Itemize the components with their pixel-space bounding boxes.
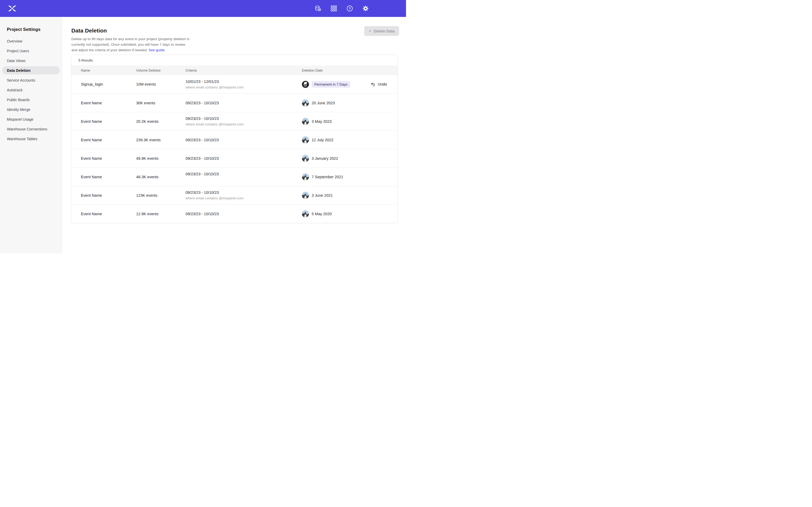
table-row: Event Name30K events09/23/23 - 10/10/232…: [71, 94, 398, 112]
column-header-criteria: Criteria: [186, 68, 302, 72]
table-row: Signup_login10M events10/01/23 - 12/01/2…: [71, 75, 398, 94]
settings-gear-icon[interactable]: [362, 5, 369, 12]
undo-button[interactable]: Undo: [370, 82, 387, 87]
row-criteria-date-range: 10/01/23 - 12/01/23: [186, 79, 302, 84]
deletion-requests-card: 5 Results NameVolume DeletedCriteriaDele…: [71, 55, 398, 223]
apps-grid-icon[interactable]: [331, 5, 337, 12]
column-header-volume-deleted: Volume Deleted: [136, 68, 186, 72]
table-row: Event Name239.3K events09/23/23 - 10/10/…: [71, 130, 398, 149]
row-event-name: Signup_login: [71, 82, 136, 87]
data-settings-icon[interactable]: [314, 5, 321, 12]
row-event-name: Event Name: [71, 193, 136, 198]
row-deletion-date: 3 January 2022: [312, 156, 338, 161]
row-event-name: Event Name: [71, 119, 136, 124]
sidebar-item-service-accounts[interactable]: Service Accounts: [0, 75, 62, 85]
row-deletion-date-cell: 3 June 2021: [302, 192, 398, 199]
mixpanel-logo-icon[interactable]: [7, 4, 17, 13]
help-icon[interactable]: ?: [346, 5, 353, 12]
row-deletion-date-cell: 12 July 2022: [302, 136, 398, 144]
table-body: Signup_login10M events10/01/23 - 12/01/2…: [71, 75, 398, 223]
table-row: Event Name20.2K events09/23/23 - 10/10/2…: [71, 112, 398, 130]
row-event-name: Event Name: [71, 175, 136, 179]
row-criteria: 09/23/23 - 10/10/23where email contains …: [186, 190, 302, 200]
row-deletion-date: 3 May 2023: [312, 119, 332, 124]
row-deletion-date-cell: 5 May 2020: [302, 210, 398, 217]
row-criteria-date-range: 09/23/23 - 10/10/23: [186, 101, 302, 105]
row-deletion-date: 12 July 2022: [312, 138, 333, 142]
row-criteria: 09/23/23 - 10/10/23where email contains …: [186, 116, 302, 126]
undo-label: Undo: [378, 82, 387, 87]
column-header-deletion-date: Deletion Date: [302, 68, 398, 72]
row-volume-deleted: 123K events: [136, 193, 186, 198]
table-row: Event Name48.3K events09/23/23 - 10/10/2…: [71, 167, 398, 186]
settings-sidebar: Project Settings OverviewProject UsersDa…: [0, 17, 62, 253]
row-criteria-filter: where email contains @mixpanel.com: [186, 85, 302, 89]
row-deletion-date: 3 June 2021: [312, 193, 333, 198]
sidebar-item-warehouse-connections[interactable]: Warehouse Connections: [0, 124, 62, 134]
row-deletion-date-cell: 7 September 2021: [302, 173, 398, 180]
svg-text:?: ?: [349, 7, 351, 11]
permanent-status-badge: Permanent in 7 Days: [312, 81, 350, 88]
main-content: Data Deletion Delete up to 90 days data …: [62, 17, 406, 253]
topbar-icon-group: ?: [314, 5, 369, 12]
page-description-text: Delete up to 90 days data for any event …: [71, 37, 190, 52]
top-navigation-bar: ?: [0, 0, 406, 17]
undo-icon: [370, 82, 375, 87]
table-row: Event Name123K events09/23/23 - 10/10/23…: [71, 186, 398, 205]
sidebar-item-identity-merge[interactable]: Identity Merge: [0, 105, 62, 114]
user-avatar: [302, 173, 309, 180]
row-volume-deleted: 239.3K events: [136, 138, 186, 142]
row-volume-deleted: 20.2K events: [136, 119, 186, 124]
user-avatar: [302, 192, 309, 199]
table-row: Event Name49.9K events09/23/23 - 10/10/2…: [71, 149, 398, 167]
row-criteria-date-range: 09/23/23 - 10/10/23: [186, 138, 302, 142]
row-criteria-date-range: 09/23/23 - 10/10/23: [186, 156, 302, 161]
results-count: 5 Results: [71, 55, 398, 65]
row-criteria-date-range: 09/23/23 - 10/10/23: [186, 116, 302, 121]
sidebar-item-mixpanel-usage[interactable]: Mixpanel Usage: [0, 114, 62, 124]
row-deletion-date-cell: Permanent in 7 DaysUndo: [302, 81, 398, 88]
row-criteria-date-range: 09/23/23 - 10/10/23: [186, 212, 302, 216]
table-header-row: NameVolume DeletedCriteriaDeletion Date: [71, 65, 398, 75]
row-event-name: Event Name: [71, 212, 136, 216]
row-event-name: Event Name: [71, 156, 136, 161]
row-criteria-filter: where email contains @mixpanel.com: [186, 196, 302, 200]
row-deletion-date-cell: 3 January 2022: [302, 155, 398, 162]
sidebar-item-autotrack[interactable]: Autotrack: [0, 85, 62, 95]
user-avatar: [302, 210, 309, 217]
sidebar-item-project-users[interactable]: Project Users: [0, 46, 62, 56]
user-avatar: [302, 81, 309, 88]
user-avatar: [302, 155, 309, 162]
row-criteria: 09/23/23 - 10/10/23: [186, 172, 302, 182]
row-volume-deleted: 30K events: [136, 101, 186, 105]
user-avatar: [302, 99, 309, 106]
row-event-name: Event Name: [71, 138, 136, 142]
row-criteria: 09/23/23 - 10/10/23: [186, 212, 302, 216]
row-criteria: 10/01/23 - 12/01/23where email contains …: [186, 79, 302, 89]
page-description: Delete up to 90 days data for any event …: [71, 37, 191, 53]
row-criteria-filter: [186, 178, 302, 182]
row-volume-deleted: 12.9K events: [136, 212, 186, 216]
sidebar-item-data-views[interactable]: Data Views: [0, 56, 62, 65]
row-volume-deleted: 10M events: [136, 82, 186, 87]
row-volume-deleted: 48.3K events: [136, 175, 186, 179]
row-criteria: 09/23/23 - 10/10/23: [186, 101, 302, 105]
row-criteria-date-range: 09/23/23 - 10/10/23: [186, 172, 302, 176]
sidebar-nav: OverviewProject UsersData ViewsData Dele…: [0, 36, 62, 144]
plus-icon: +: [369, 29, 371, 33]
page-title: Data Deletion: [71, 27, 107, 34]
sidebar-item-public-boards[interactable]: Public Boards: [0, 95, 62, 105]
see-guide-link[interactable]: See guide: [149, 48, 165, 52]
delete-data-button-label: Delete Data: [374, 29, 395, 33]
table-row: Event Name12.9K events09/23/23 - 10/10/2…: [71, 205, 398, 223]
row-deletion-date: 20 June 2023: [312, 101, 335, 105]
row-criteria: 09/23/23 - 10/10/23: [186, 156, 302, 161]
row-criteria-date-range: 09/23/23 - 10/10/23: [186, 190, 302, 194]
sidebar-item-overview[interactable]: Overview: [0, 36, 62, 46]
delete-data-button[interactable]: + Delete Data: [364, 26, 399, 36]
user-avatar: [302, 118, 309, 125]
row-criteria: 09/23/23 - 10/10/23: [186, 138, 302, 142]
sidebar-item-data-deletion[interactable]: Data Deletion: [2, 66, 60, 74]
sidebar-item-warehouse-tables[interactable]: Warehouse Tables: [0, 134, 62, 144]
row-deletion-date-cell: 20 June 2023: [302, 99, 398, 106]
